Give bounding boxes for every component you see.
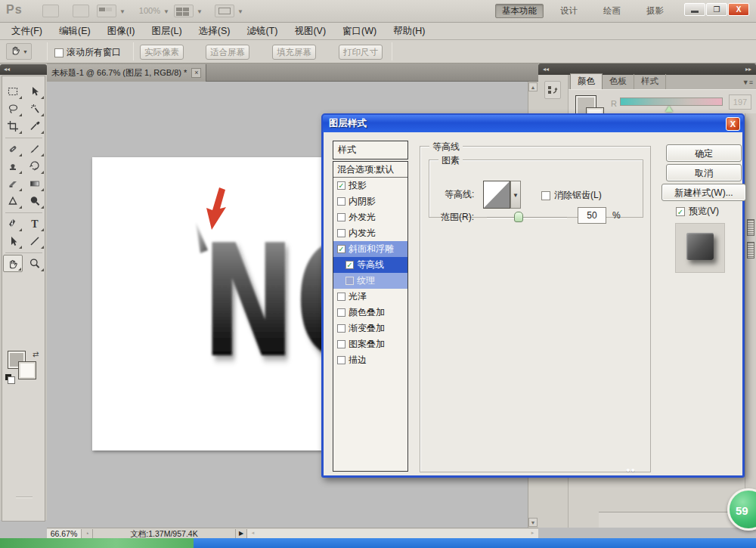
- document-tab[interactable]: 未标题-1 @ 66.7% (图层 1, RGB/8) * ×: [47, 64, 206, 82]
- checkbox-icon[interactable]: [541, 191, 550, 200]
- menu-item-7[interactable]: 视图(V): [286, 23, 334, 39]
- red-channel-value[interactable]: 197: [729, 94, 751, 110]
- style-item-checkbox[interactable]: [337, 324, 345, 333]
- mini-bridge-icon[interactable]: [73, 5, 89, 17]
- options-button-2[interactable]: 适合屏幕: [206, 45, 249, 60]
- eyedropper-icon[interactable]: [25, 117, 45, 135]
- arrange-dropdown-icon[interactable]: ▼: [197, 8, 203, 15]
- contour-dropdown-icon[interactable]: ▼: [510, 181, 521, 209]
- style-item-checkbox[interactable]: [337, 356, 345, 364]
- restore-button[interactable]: ❐: [706, 3, 727, 16]
- dialog-close-icon[interactable]: X: [726, 117, 740, 131]
- panel-grip-icon[interactable]: [747, 219, 754, 236]
- style-item-checkbox[interactable]: [337, 213, 345, 221]
- status-menu-icon[interactable]: ▶: [236, 530, 246, 537]
- rectangular-marquee-icon[interactable]: [3, 82, 23, 100]
- menu-item-8[interactable]: 窗口(W): [334, 23, 385, 39]
- style-item-checkbox[interactable]: [337, 197, 345, 206]
- style-item-10[interactable]: 颜色叠加: [333, 305, 407, 320]
- zoom-icon[interactable]: [25, 255, 45, 272]
- bridge-icon[interactable]: [42, 5, 59, 17]
- style-item-8[interactable]: 纹理: [333, 273, 407, 289]
- range-slider-track[interactable]: [487, 217, 567, 218]
- history-brush-icon[interactable]: [25, 157, 45, 175]
- blur-icon[interactable]: [3, 192, 23, 209]
- style-item-checkbox[interactable]: [337, 293, 345, 301]
- style-item-12[interactable]: 图案叠加: [333, 336, 407, 352]
- path-selection-icon[interactable]: [3, 232, 23, 249]
- scroll-down-icon[interactable]: ▼: [528, 518, 538, 527]
- dialog-title-bar[interactable]: 图层样式: [323, 115, 743, 132]
- workspace-overflow-icon[interactable]: »: [656, 5, 661, 16]
- style-item-5[interactable]: 内发光: [333, 225, 407, 241]
- scroll-all-windows-checkbox[interactable]: 滚动所有窗口: [54, 46, 121, 59]
- style-item-13[interactable]: 描边: [333, 352, 407, 368]
- style-item-3[interactable]: 内阴影: [333, 194, 407, 209]
- style-item-checkbox[interactable]: [337, 340, 345, 348]
- style-item-checkbox[interactable]: [345, 277, 354, 285]
- menu-item-9[interactable]: 帮助(H): [385, 23, 433, 39]
- taskbar-start-area[interactable]: [0, 538, 194, 548]
- lasso-icon[interactable]: [3, 100, 23, 117]
- dialog-resize-grip[interactable]: ●●: [626, 466, 636, 474]
- antialias-checkbox[interactable]: 消除锯齿(L): [541, 189, 602, 202]
- contour-thumbnail[interactable]: [483, 181, 510, 209]
- move-tool-icon[interactable]: [25, 82, 45, 100]
- status-zoom-field[interactable]: 66.67%: [47, 529, 82, 538]
- style-item-2[interactable]: ✓投影: [333, 178, 407, 194]
- zoom-level-display[interactable]: 100%: [130, 6, 160, 15]
- horizontal-scrollbar[interactable]: ◂ ▸: [246, 529, 538, 538]
- preview-checkbox[interactable]: ✓ 预览(V): [676, 205, 719, 218]
- options-button-3[interactable]: 填充屏幕: [272, 45, 316, 60]
- style-item-4[interactable]: 外发光: [333, 209, 407, 225]
- style-item-11[interactable]: 渐变叠加: [333, 320, 407, 336]
- pen-icon[interactable]: [3, 215, 23, 232]
- checkbox-icon[interactable]: [54, 48, 64, 57]
- style-item-checkbox[interactable]: ✓: [337, 245, 345, 253]
- style-item-6[interactable]: ✓斜面和浮雕: [333, 241, 407, 257]
- line-icon[interactable]: [25, 232, 45, 249]
- workspace-button-2[interactable]: 设计: [554, 4, 584, 18]
- cancel-button[interactable]: 取消: [666, 164, 742, 181]
- view-extras-dropdown-icon[interactable]: ▼: [119, 8, 125, 15]
- crop-icon[interactable]: [3, 117, 23, 135]
- dodge-icon[interactable]: [25, 192, 45, 209]
- brush-icon[interactable]: [25, 140, 45, 157]
- type-icon[interactable]: T: [25, 215, 45, 232]
- red-channel-slider[interactable]: [620, 98, 723, 106]
- healing-brush-icon[interactable]: [3, 140, 23, 157]
- menu-item-1[interactable]: 文件(F): [3, 23, 51, 39]
- scroll-up-icon[interactable]: ▲: [528, 82, 538, 91]
- hand-icon[interactable]: [3, 255, 23, 272]
- panel-menu-icon[interactable]: ▼≡: [742, 79, 753, 86]
- close-button[interactable]: X: [728, 3, 749, 16]
- panel-grip-icon[interactable]: [747, 242, 754, 259]
- style-item-9[interactable]: 光泽: [333, 289, 407, 305]
- collapse-toolbar-icon[interactable]: ◂◂: [0, 64, 47, 75]
- zoom-dropdown-icon[interactable]: ▼: [163, 8, 169, 15]
- panel-tab-2[interactable]: 色板: [603, 74, 634, 89]
- range-value-field[interactable]: 50: [578, 207, 606, 224]
- default-colors-icon[interactable]: [5, 374, 15, 384]
- swap-colors-icon[interactable]: ⇄: [33, 350, 39, 358]
- style-item-1[interactable]: 混合选项:默认: [333, 162, 407, 178]
- style-item-7[interactable]: ✓等高线: [333, 257, 407, 273]
- view-extras-icon[interactable]: [97, 5, 116, 17]
- screen-mode-dropdown-icon[interactable]: ▼: [237, 8, 243, 15]
- quick-selection-icon[interactable]: [25, 100, 45, 117]
- background-color-swatch[interactable]: [19, 362, 36, 379]
- workspace-button-3[interactable]: 绘画: [597, 4, 627, 18]
- arrange-documents-icon[interactable]: [174, 5, 194, 17]
- ok-button[interactable]: 确定: [666, 144, 742, 162]
- style-item-checkbox[interactable]: ✓: [345, 261, 354, 269]
- gradient-icon[interactable]: [25, 175, 45, 192]
- checkbox-icon[interactable]: ✓: [676, 207, 685, 216]
- scroll-left-icon[interactable]: ◂: [249, 529, 257, 537]
- style-item-checkbox[interactable]: ✓: [337, 181, 345, 190]
- style-item-checkbox[interactable]: [337, 229, 345, 237]
- tab-close-icon[interactable]: ×: [191, 68, 201, 78]
- history-panel-icon[interactable]: [544, 81, 561, 99]
- scroll-right-icon[interactable]: ▸: [528, 529, 537, 537]
- panel-tab-3[interactable]: 样式: [634, 74, 666, 89]
- menu-item-3[interactable]: 图像(I): [99, 23, 144, 39]
